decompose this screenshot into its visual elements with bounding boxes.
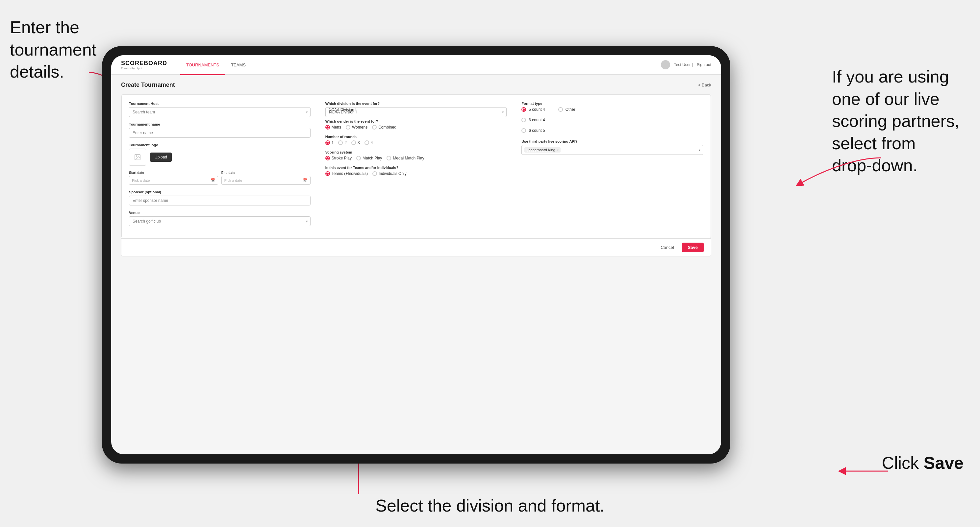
annotation-bottom-right: Click Save — [881, 452, 964, 475]
team-teams[interactable]: Teams (+Individuals) — [325, 171, 368, 176]
rounds-label: Number of rounds — [325, 135, 507, 139]
cancel-button[interactable]: Cancel — [656, 243, 678, 252]
scoring-match-radio[interactable] — [356, 156, 361, 160]
start-date-label: Start date — [129, 171, 218, 175]
end-date-wrapper: End date Pick a date 📅 — [221, 171, 310, 185]
division-input[interactable] — [325, 107, 507, 117]
format-type-group: Format type 5 count 4 — [522, 102, 703, 133]
scoring-medal-play[interactable]: Medal Match Play — [387, 156, 424, 160]
format-6count5[interactable]: 6 count 5 — [522, 128, 703, 133]
tournament-logo-group: Tournament logo — [129, 143, 310, 166]
tournament-name-label: Tournament name — [129, 122, 310, 126]
venue-label: Venue — [129, 211, 310, 215]
rounds-4-radio[interactable] — [364, 140, 369, 145]
form-col-3: Format type 5 count 4 — [514, 95, 711, 238]
division-group: Which division is the event for? ▾ NCAA … — [325, 102, 507, 114]
rounds-3-radio[interactable] — [352, 140, 356, 145]
scoring-match-play[interactable]: Match Play — [356, 156, 382, 160]
tournament-name-group: Tournament name — [129, 122, 310, 138]
rounds-4[interactable]: 4 — [364, 140, 373, 145]
gender-label: Which gender is the event for? — [325, 119, 507, 123]
date-row: Start date Pick a date 📅 End date — [129, 171, 310, 185]
format-6count4[interactable]: 6 count 4 — [522, 118, 703, 122]
logo-upload-area: Upload — [129, 149, 310, 166]
team-individuals-group: Is this event for Teams and/or Individua… — [325, 166, 507, 176]
venue-chevron-icon: ▾ — [306, 219, 308, 224]
navbar-tabs: TOURNAMENTS TEAMS — [180, 55, 252, 75]
tournament-name-input[interactable] — [129, 128, 310, 138]
tournament-host-label: Tournament Host — [129, 102, 310, 106]
powered-by: Powered by clippit — [121, 67, 167, 70]
end-date-input[interactable]: Pick a date 📅 — [221, 176, 310, 185]
scoring-stroke-play[interactable]: Stroke Play — [325, 156, 352, 160]
scoring-group: Scoring system Stroke Play Match Play — [325, 150, 507, 160]
gender-womens-radio[interactable] — [346, 125, 350, 130]
form-footer: Cancel Save — [121, 238, 711, 256]
rounds-1-radio[interactable] — [325, 140, 330, 145]
scoring-stroke-radio[interactable] — [325, 156, 330, 160]
gender-group: Which gender is the event for? Mens Wome… — [325, 119, 507, 130]
format-5count4-radio[interactable] — [522, 107, 526, 112]
gender-womens[interactable]: Womens — [346, 125, 368, 130]
gender-combined-radio[interactable] — [372, 125, 377, 130]
team-radio-group: Teams (+Individuals) Individuals Only — [325, 171, 507, 176]
annotation-top-left: Enter the tournament details. — [10, 16, 96, 83]
annotation-bottom-center: Select the division and format. — [375, 495, 605, 517]
scoring-label: Scoring system — [325, 150, 507, 154]
gender-mens-radio[interactable] — [325, 125, 330, 130]
gender-mens[interactable]: Mens — [325, 125, 341, 130]
scoring-radio-group: Stroke Play Match Play Medal Match Play — [325, 156, 507, 160]
live-scoring-group: Use third-party live scoring API? Leader… — [522, 140, 703, 155]
navbar-right: Test User | Sign out — [661, 60, 711, 69]
format-5count4[interactable]: 5 count 4 — [522, 107, 545, 112]
live-scoring-select[interactable]: Leaderboard King × ▾ — [522, 145, 703, 155]
tablet-frame: SCOREBOARD Powered by clippit TOURNAMENT… — [102, 46, 730, 464]
sponsor-input[interactable] — [129, 195, 310, 205]
scoring-medal-radio[interactable] — [387, 156, 391, 160]
rounds-2-radio[interactable] — [338, 140, 343, 145]
rounds-1[interactable]: 1 — [325, 140, 334, 145]
sponsor-group: Sponsor (optional) — [129, 190, 310, 205]
upload-button[interactable]: Upload — [150, 152, 172, 162]
search-icon: ▾ — [306, 110, 308, 114]
form-container: Tournament Host ▾ Tournament name — [121, 94, 711, 256]
tab-tournaments[interactable]: TOURNAMENTS — [180, 56, 225, 75]
gender-combined[interactable]: Combined — [372, 125, 396, 130]
back-button[interactable]: Back — [698, 83, 711, 87]
tournament-host-group: Tournament Host ▾ — [129, 102, 310, 117]
format-type-label: Format type — [522, 102, 703, 106]
rounds-3[interactable]: 3 — [352, 140, 360, 145]
end-date-label: End date — [221, 171, 310, 175]
rounds-group: Number of rounds 1 2 — [325, 135, 507, 145]
save-button[interactable]: Save — [682, 243, 704, 252]
format-6count4-radio[interactable] — [522, 118, 526, 122]
live-scoring-tag: Leaderboard King × — [524, 147, 560, 152]
venue-group: Venue ▾ — [129, 211, 310, 226]
live-scoring-remove[interactable]: × — [557, 148, 558, 152]
app-container: SCOREBOARD Powered by clippit TOURNAMENT… — [111, 55, 721, 454]
user-label: Test User | — [674, 62, 693, 67]
format-other[interactable]: Other — [558, 107, 575, 112]
team-individuals[interactable]: Individuals Only — [372, 171, 407, 176]
calendar-icon: 📅 — [210, 178, 215, 183]
logo-placeholder — [129, 149, 146, 166]
calendar-icon-end: 📅 — [303, 178, 308, 183]
format-6count5-radio[interactable] — [522, 128, 526, 133]
rounds-2[interactable]: 2 — [338, 140, 347, 145]
format-radio-stack: 5 count 4 Other — [522, 107, 703, 133]
sign-out-link[interactable]: Sign out — [697, 62, 711, 67]
division-chevron-icon: ▾ — [502, 110, 504, 114]
venue-wrapper: ▾ — [129, 216, 310, 226]
team-teams-radio[interactable] — [325, 171, 330, 176]
live-scoring-label: Use third-party live scoring API? — [522, 140, 703, 143]
format-other-radio[interactable] — [558, 107, 563, 112]
breadcrumb-bar: Create Tournament Back — [121, 81, 711, 89]
division-label: Which division is the event for? — [325, 102, 507, 106]
team-individuals-radio[interactable] — [372, 171, 377, 176]
tab-teams[interactable]: TEAMS — [225, 56, 252, 75]
tournament-host-input[interactable] — [129, 107, 310, 117]
start-date-input[interactable]: Pick a date 📅 — [129, 176, 218, 185]
form-body: Tournament Host ▾ Tournament name — [121, 95, 711, 238]
venue-input[interactable] — [129, 216, 310, 226]
start-date-wrapper: Start date Pick a date 📅 — [129, 171, 218, 185]
